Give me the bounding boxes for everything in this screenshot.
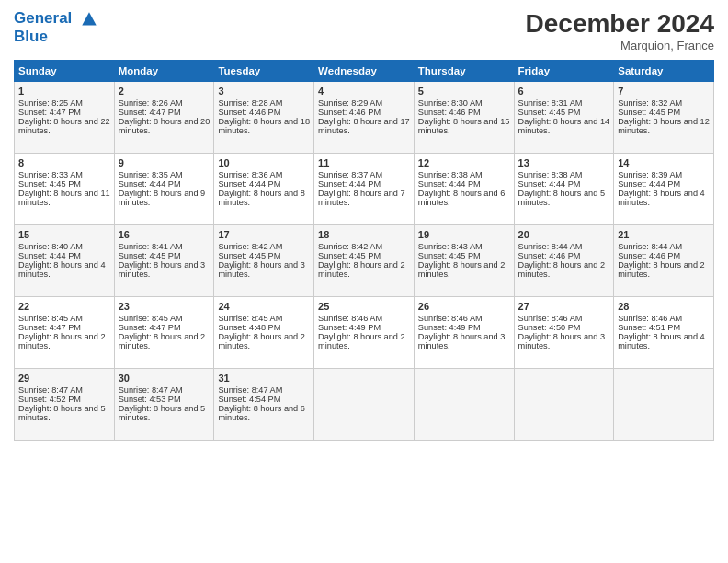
sunrise: Sunrise: 8:47 AM bbox=[18, 385, 83, 395]
daylight-label: Daylight: 8 hours and 2 minutes. bbox=[318, 332, 405, 350]
table-row: 16Sunrise: 8:41 AMSunset: 4:45 PMDayligh… bbox=[114, 225, 214, 297]
daylight-label: Daylight: 8 hours and 20 minutes. bbox=[119, 117, 210, 135]
day-number: 22 bbox=[18, 301, 110, 312]
day-number: 23 bbox=[119, 301, 210, 312]
sunrise: Sunrise: 8:46 AM bbox=[318, 314, 382, 323]
sunset: Sunset: 4:45 PM bbox=[119, 251, 181, 260]
sunset: Sunset: 4:46 PM bbox=[418, 108, 481, 117]
sunrise: Sunrise: 8:43 AM bbox=[418, 242, 483, 251]
day-number: 4 bbox=[318, 86, 410, 97]
table-row bbox=[614, 369, 714, 441]
table-row: 28Sunrise: 8:46 AMSunset: 4:51 PMDayligh… bbox=[614, 297, 714, 369]
day-number: 19 bbox=[418, 229, 510, 240]
sunrise: Sunrise: 8:41 AM bbox=[119, 242, 183, 251]
sunset: Sunset: 4:46 PM bbox=[618, 251, 680, 260]
daylight-label: Daylight: 8 hours and 4 minutes. bbox=[618, 332, 705, 350]
daylight-label: Daylight: 8 hours and 5 minutes. bbox=[119, 404, 206, 422]
week-row-2: 8Sunrise: 8:33 AMSunset: 4:45 PMDaylight… bbox=[15, 154, 714, 225]
sunrise: Sunrise: 8:47 AM bbox=[119, 385, 183, 395]
day-number: 2 bbox=[119, 86, 210, 97]
sunset: Sunset: 4:53 PM bbox=[119, 395, 181, 404]
sunset: Sunset: 4:49 PM bbox=[418, 323, 481, 332]
table-row: 8Sunrise: 8:33 AMSunset: 4:45 PMDaylight… bbox=[15, 154, 115, 225]
sunrise: Sunrise: 8:36 AM bbox=[218, 170, 282, 179]
month-title: December 2024 bbox=[526, 9, 714, 39]
daylight-label: Daylight: 8 hours and 18 minutes. bbox=[218, 117, 310, 135]
sunset: Sunset: 4:44 PM bbox=[318, 179, 381, 189]
sunset: Sunset: 4:45 PM bbox=[318, 251, 381, 260]
location: Marquion, France bbox=[526, 39, 714, 52]
table-row: 23Sunrise: 8:45 AMSunset: 4:47 PMDayligh… bbox=[114, 297, 214, 369]
col-monday: Monday bbox=[114, 61, 214, 82]
sunrise: Sunrise: 8:46 AM bbox=[418, 314, 483, 323]
sunset: Sunset: 4:44 PM bbox=[618, 179, 680, 189]
daylight-label: Daylight: 8 hours and 22 minutes. bbox=[18, 117, 110, 135]
sunset: Sunset: 4:44 PM bbox=[518, 179, 581, 189]
sunrise: Sunrise: 8:44 AM bbox=[518, 242, 583, 251]
daylight-label: Daylight: 8 hours and 2 minutes. bbox=[418, 260, 506, 279]
sunset: Sunset: 4:45 PM bbox=[618, 108, 680, 117]
day-number: 17 bbox=[218, 229, 310, 240]
logo-general: General bbox=[14, 9, 72, 27]
table-row: 18Sunrise: 8:42 AMSunset: 4:45 PMDayligh… bbox=[314, 225, 415, 297]
day-number: 16 bbox=[119, 229, 210, 240]
table-row: 12Sunrise: 8:38 AMSunset: 4:44 PMDayligh… bbox=[414, 154, 514, 225]
sunrise: Sunrise: 8:33 AM bbox=[18, 170, 83, 179]
table-row: 10Sunrise: 8:36 AMSunset: 4:44 PMDayligh… bbox=[214, 154, 314, 225]
sunset: Sunset: 4:47 PM bbox=[18, 323, 81, 332]
page: General Blue December 2024 Marquion, Fra… bbox=[0, 0, 728, 563]
sunrise: Sunrise: 8:39 AM bbox=[618, 170, 682, 179]
table-row: 19Sunrise: 8:43 AMSunset: 4:45 PMDayligh… bbox=[414, 225, 514, 297]
daylight-label: Daylight: 8 hours and 4 minutes. bbox=[18, 260, 106, 279]
sunset: Sunset: 4:47 PM bbox=[18, 108, 81, 117]
daylight-label: Daylight: 8 hours and 3 minutes. bbox=[218, 260, 305, 279]
table-row: 3Sunrise: 8:28 AMSunset: 4:46 PMDaylight… bbox=[214, 82, 314, 154]
day-number: 31 bbox=[218, 373, 310, 384]
sunset: Sunset: 4:44 PM bbox=[18, 251, 81, 260]
sunset: Sunset: 4:45 PM bbox=[218, 251, 280, 260]
daylight-label: Daylight: 8 hours and 17 minutes. bbox=[318, 117, 410, 135]
table-row bbox=[314, 369, 415, 441]
week-row-5: 29Sunrise: 8:47 AMSunset: 4:52 PMDayligh… bbox=[15, 369, 714, 441]
day-number: 7 bbox=[618, 86, 710, 97]
sunset: Sunset: 4:52 PM bbox=[18, 395, 81, 404]
table-row: 1Sunrise: 8:25 AMSunset: 4:47 PMDaylight… bbox=[15, 82, 115, 154]
daylight-label: Daylight: 8 hours and 2 minutes. bbox=[518, 260, 606, 279]
day-number: 27 bbox=[518, 301, 610, 312]
table-row: 9Sunrise: 8:35 AMSunset: 4:44 PMDaylight… bbox=[114, 154, 214, 225]
sunset: Sunset: 4:47 PM bbox=[119, 323, 181, 332]
daylight-label: Daylight: 8 hours and 2 minutes. bbox=[18, 332, 106, 350]
daylight-label: Daylight: 8 hours and 2 minutes. bbox=[218, 332, 305, 350]
logo-blue: Blue bbox=[14, 28, 99, 46]
day-number: 15 bbox=[18, 229, 110, 240]
sunrise: Sunrise: 8:26 AM bbox=[119, 98, 183, 108]
daylight-label: Daylight: 8 hours and 5 minutes. bbox=[518, 189, 606, 207]
header-row: Sunday Monday Tuesday Wednesday Thursday… bbox=[15, 61, 714, 82]
table-row: 21Sunrise: 8:44 AMSunset: 4:46 PMDayligh… bbox=[614, 225, 714, 297]
sunrise: Sunrise: 8:29 AM bbox=[318, 98, 382, 108]
sunrise: Sunrise: 8:44 AM bbox=[618, 242, 682, 251]
day-number: 11 bbox=[318, 157, 410, 168]
sunset: Sunset: 4:46 PM bbox=[218, 108, 280, 117]
day-number: 29 bbox=[18, 373, 110, 384]
sunrise: Sunrise: 8:42 AM bbox=[318, 242, 382, 251]
table-row bbox=[514, 369, 614, 441]
daylight-label: Daylight: 8 hours and 3 minutes. bbox=[518, 332, 606, 350]
sunrise: Sunrise: 8:42 AM bbox=[218, 242, 282, 251]
day-number: 8 bbox=[18, 157, 110, 168]
sunset: Sunset: 4:49 PM bbox=[318, 323, 381, 332]
col-friday: Friday bbox=[514, 61, 614, 82]
calendar-table: Sunday Monday Tuesday Wednesday Thursday… bbox=[14, 60, 714, 441]
day-number: 9 bbox=[119, 157, 210, 168]
table-row: 25Sunrise: 8:46 AMSunset: 4:49 PMDayligh… bbox=[314, 297, 415, 369]
svg-marker-0 bbox=[82, 12, 96, 25]
daylight-label: Daylight: 8 hours and 14 minutes. bbox=[518, 117, 610, 135]
daylight-label: Daylight: 8 hours and 2 minutes. bbox=[618, 260, 705, 279]
header: General Blue December 2024 Marquion, Fra… bbox=[14, 9, 714, 52]
daylight-label: Daylight: 8 hours and 3 minutes. bbox=[119, 260, 206, 279]
day-number: 10 bbox=[218, 157, 310, 168]
daylight-label: Daylight: 8 hours and 7 minutes. bbox=[318, 189, 405, 207]
sunset: Sunset: 4:45 PM bbox=[518, 108, 581, 117]
day-number: 1 bbox=[18, 86, 110, 97]
sunrise: Sunrise: 8:37 AM bbox=[318, 170, 382, 179]
